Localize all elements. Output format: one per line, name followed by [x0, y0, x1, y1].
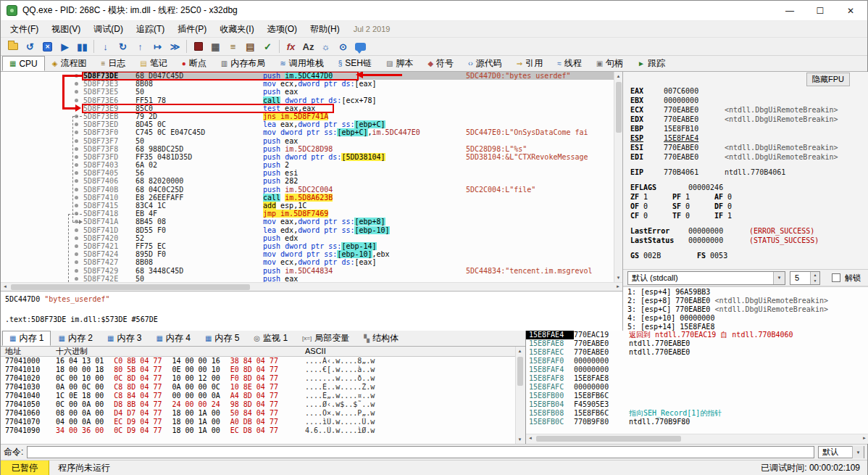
chevron-down-icon[interactable]: ▼	[773, 272, 785, 284]
disasm-row[interactable]: 5D8F7410E8 26EEFAFFcall im.5D8A623B	[1, 194, 614, 202]
tab-locals[interactable]: [x=]局部变量	[295, 331, 356, 346]
instruction-dot[interactable]	[75, 236, 78, 240]
memory-vscroll-thumb[interactable]	[517, 357, 523, 386]
calling-convention-dropdown[interactable]: 默认 (stdcall) ▼	[627, 271, 785, 285]
disasm-hscrollbar[interactable]: ◄ ►	[1, 282, 622, 291]
tab-seh[interactable]: §SEH链	[331, 56, 379, 71]
tab-dump2[interactable]: ▦内存 2	[51, 331, 99, 346]
stack-row[interactable]: 15E8FAF400000000	[526, 365, 868, 374]
comments-button[interactable]	[352, 38, 369, 54]
disasm-row[interactable]: 5D8F7424895D F0mov dword ptr ss:[ebp-10]…	[1, 250, 614, 258]
register-eax[interactable]: EAX007C6000	[630, 86, 868, 96]
disasm-row[interactable]: 5D8F742E50push eax	[1, 275, 614, 282]
menu-item-options[interactable]: 选项(O)	[261, 21, 304, 37]
instruction-dot[interactable]	[75, 90, 78, 94]
maximize-button[interactable]: ☐	[805, 1, 835, 20]
command-input[interactable]	[27, 446, 814, 458]
instruction-dot[interactable]	[75, 204, 78, 207]
tab-symbols[interactable]: ◆符号	[420, 56, 461, 71]
run-to-user-code-button[interactable]: ↦	[149, 38, 166, 54]
minimize-button[interactable]: —	[775, 1, 805, 20]
memory-row[interactable]: 770410500C 00 0A 00D8 8B 04 7724 00 00 2…	[1, 400, 515, 409]
run-button[interactable]: ▶	[57, 38, 73, 54]
animate-into-button[interactable]: ≫	[167, 38, 183, 54]
stack-hscrollbar[interactable]: ◄ ►	[526, 434, 868, 444]
disasm-vscroll-thumb[interactable]	[616, 82, 622, 133]
memory-row[interactable]: 7704106008 00 0A 00D4 D7 04 7718 00 1A 0…	[1, 409, 515, 418]
memory-row[interactable]: 770410200C 00 10 000C 8D 04 7710 00 12 0…	[1, 374, 515, 383]
instruction-dot[interactable]	[75, 269, 78, 273]
disasm-row[interactable]: 5D8F73F750push eax	[1, 137, 614, 145]
tab-struct[interactable]: ▚结构体	[356, 331, 406, 346]
scroll-down-icon[interactable]: ▼	[516, 435, 524, 444]
instruction-dot[interactable]	[75, 244, 78, 248]
flag-df[interactable]: DF 0	[714, 202, 756, 211]
disasm-row[interactable]: 5D8F740556push esi	[1, 169, 614, 177]
scroll-right-icon[interactable]: ►	[614, 283, 622, 291]
stack-row[interactable]: 15E8FAE8770EABE0ntdll.770EABE0	[526, 339, 868, 348]
pause-button[interactable]: ▮▮	[74, 38, 91, 54]
disasm-vscrollbar[interactable]: ▲ ▼	[614, 72, 622, 282]
register-edi[interactable]: EDI770EABE0<ntdll.DbgUiRemoteBreakin>	[630, 152, 868, 162]
flag-if[interactable]: IF 1	[714, 211, 756, 220]
stack-row[interactable]: 15E8FB0015E8FB6C	[526, 392, 868, 400]
disasm-row[interactable]: 5D8F73EB79 2Djns im.5D8F741A	[1, 112, 614, 120]
tab-memory-map[interactable]: ▥内存布局	[214, 56, 272, 71]
register-ecx[interactable]: ECX770EABE0<ntdll.DbgUiRemoteBreakin>	[630, 105, 868, 115]
restart-button[interactable]: ↺	[22, 38, 38, 54]
case-button[interactable]: Az	[300, 38, 317, 54]
step-out-button[interactable]: ↑	[132, 38, 149, 54]
spin-up-icon[interactable]: ▲	[811, 272, 819, 278]
flag-pf[interactable]: PF 1	[672, 192, 714, 202]
step-over-button[interactable]: ↻	[114, 38, 131, 54]
instruction-dot[interactable]	[75, 179, 78, 183]
memory-vscrollbar[interactable]: ▲ ▼	[515, 347, 525, 444]
memory-dump-view[interactable]: 地址 十六进制 ASCII 7704100016 04 13 01C0 8B 0…	[1, 347, 515, 444]
breakpoints-button[interactable]	[190, 38, 206, 54]
instruction-dot[interactable]	[75, 155, 78, 159]
stack-row[interactable]: 15E8FAEC770EABE0ntdll.770EABE0	[526, 348, 868, 357]
register-esp[interactable]: ESP15E8FAE4	[630, 133, 868, 143]
disasm-row[interactable]: 5D8F7421FF75 ECpush dword ptr ss:[ebp-14…	[1, 242, 614, 250]
command-profile-dropdown[interactable]: 默认 ▼	[818, 446, 864, 458]
instruction-dot[interactable]	[75, 147, 78, 151]
tab-dump1[interactable]: ▦内存 1	[2, 331, 51, 346]
menu-item-help[interactable]: 帮助(H)	[304, 21, 346, 37]
close-button[interactable]: ✕	[835, 1, 866, 20]
spin-down-icon[interactable]: ▼	[811, 278, 819, 284]
hide-fpu-button[interactable]: 隐藏FPU	[806, 73, 850, 86]
instruction-dot[interactable]	[75, 277, 78, 281]
log-button[interactable]: ≡	[225, 38, 241, 54]
flag-af[interactable]: AF 0	[714, 192, 756, 202]
stack-arg-row[interactable]: 5: [esp+14] 15E8FAE8	[627, 323, 864, 331]
stack-hscroll-thumb[interactable]	[536, 436, 681, 442]
tab-watch1[interactable]: ◎监视 1	[246, 331, 295, 346]
spinner-arrows[interactable]: ▲▼	[810, 272, 819, 284]
tab-trace[interactable]: ►跟踪	[630, 56, 672, 71]
register-esi[interactable]: ESI770EABE0<ntdll.DbgUiRemoteBreakin>	[630, 143, 868, 152]
register-ebx[interactable]: EBX00000000	[630, 96, 868, 105]
memory-row[interactable]: 770410401C 0E 18 00C8 84 04 7700 00 00 0…	[1, 392, 515, 400]
memory-row[interactable]: 7704107004 00 0A 00EC D9 04 7718 00 1A 0…	[1, 418, 515, 426]
tab-call-stack[interactable]: ≋调用堆栈	[272, 56, 330, 71]
disasm-row[interactable]: 5D8F73E38B08mov ecx,dword ptr ds:[eax]	[1, 80, 614, 88]
tab-references[interactable]: ⇒引用	[509, 56, 550, 71]
flag-tf[interactable]: TF 0	[672, 211, 714, 220]
disasm-row[interactable]: 5D8F740668 82020000push 282	[1, 177, 614, 185]
open-file-button[interactable]	[4, 38, 21, 54]
memory-row[interactable]: 7704100016 04 13 01C0 8B 04 7714 00 00 1…	[1, 357, 515, 365]
memory-row[interactable]: 7704109034 00 36 000C D9 04 7718 00 1A 0…	[1, 426, 515, 435]
chevron-down-icon[interactable]: ▼	[852, 446, 864, 458]
flag-cf[interactable]: CF 0	[630, 211, 672, 220]
menu-item-favourites[interactable]: 收藏夹(I)	[213, 21, 260, 37]
disasm-row[interactable]: 5D8F73F0C745 0C E047C45Dmov dword ptr ss…	[1, 128, 614, 136]
disasm-row[interactable]: 5D8F740B68 04C0C25Dpush im.5DC2C0045DC2C…	[1, 186, 614, 194]
memory-row[interactable]: 770410300A 00 0C 00C8 8D 04 770A 00 00 0…	[1, 383, 515, 392]
stack-row[interactable]: 15E8FAF815E8FAE8	[526, 374, 868, 383]
segment-gs[interactable]: GS 002B	[630, 251, 697, 260]
disasm-row[interactable]: 5D8F742968 3448C45Dpush im.5DC448345DC44…	[1, 267, 614, 275]
scroll-up-icon[interactable]: ▲	[614, 72, 622, 80]
instruction-dot[interactable]	[75, 82, 78, 86]
tab-notes[interactable]: ▤笔记	[133, 56, 174, 71]
disasm-row[interactable]: 5D8F73ED8D45 0Clea eax,dword ptr ss:[ebp…	[1, 120, 614, 128]
